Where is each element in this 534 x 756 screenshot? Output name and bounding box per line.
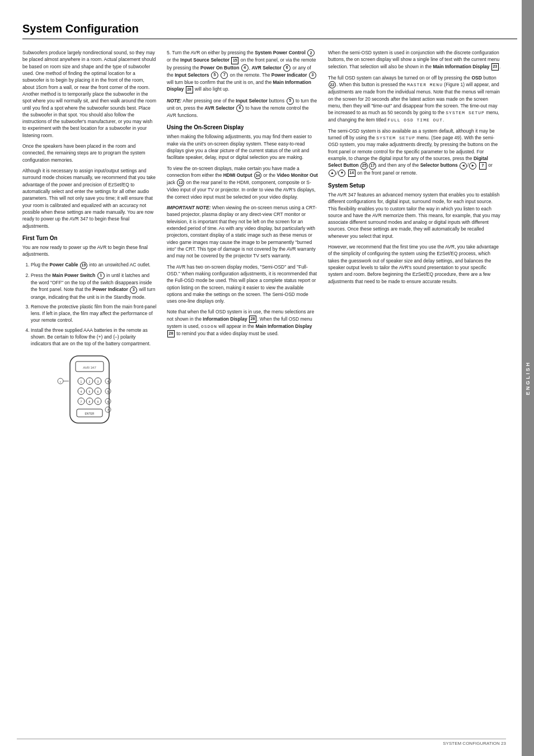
svg-text:9: 9 — [97, 400, 99, 403]
svg-text:7: 7 — [81, 400, 82, 403]
osd-para-2: To view the on-screen displays, make cer… — [167, 165, 318, 200]
page-container: System Configuration Subwoofers produce … — [0, 0, 534, 756]
page-title: System Configuration — [22, 22, 517, 39]
note-input-selector: NOTE: After pressing one of the Input Se… — [167, 97, 318, 119]
side-label: ENGLISH — [522, 0, 534, 756]
footer-rule — [17, 739, 506, 739]
col-left: Subwoofers produce largely nondirectiona… — [22, 49, 157, 734]
step-5: 5. Turn the AVR on either by pressing th… — [167, 49, 318, 93]
system-setup-heading: System Setup — [328, 182, 502, 189]
content-columns: Subwoofers produce largely nondirectiona… — [22, 49, 517, 734]
system-setup-para-2: However, we recommend that the first tim… — [328, 243, 502, 285]
svg-text:2: 2 — [89, 380, 91, 383]
svg-text:4: 4 — [107, 380, 109, 383]
osd-heading: Using the On-Screen Display — [167, 124, 318, 130]
step-1: Plug the Power Cable 19 into an unswitch… — [31, 261, 157, 269]
osd-para-3: The AVR has two on-screen display modes,… — [167, 264, 318, 305]
osd-para-4: Note that when the full OSD system is in… — [167, 308, 318, 337]
svg-text:5: 5 — [107, 390, 109, 393]
first-turn-on-steps: Plug the Power Cable 19 into an unswitch… — [22, 261, 157, 347]
svg-text:7: 7 — [107, 408, 109, 412]
first-turn-on-intro: You are now ready to power up the AVR to… — [22, 244, 157, 258]
intro-para-2: Once the speakers have been placed in th… — [22, 143, 157, 163]
first-turn-on-heading: First Turn On — [22, 235, 157, 241]
right-para-1: When the semi-OSD system is used in conj… — [328, 49, 502, 71]
page-footer: SYSTEM CONFIGURATION 23 — [443, 741, 506, 746]
step-2: Press the Main Power Switch 1 in until i… — [31, 272, 157, 300]
intro-para-1: Subwoofers produce largely nondirectiona… — [22, 49, 157, 139]
side-label-text: ENGLISH — [525, 361, 531, 395]
svg-text:8: 8 — [89, 400, 91, 403]
svg-text:+: + — [60, 380, 62, 383]
remote-svg: AVR 347 1 2 3 4 5 6 — [45, 353, 134, 426]
osd-important-note: IMPORTANT NOTE: When viewing the on-scre… — [167, 204, 318, 260]
intro-para-3: Although it is necessary to assign input… — [22, 167, 157, 229]
osd-para-1: When making the following adjustments, y… — [167, 133, 318, 161]
svg-text:6: 6 — [97, 390, 99, 393]
system-setup-para-1: The AVR 347 features an advanced memory … — [328, 191, 502, 240]
svg-text:AVR 347: AVR 347 — [83, 366, 96, 369]
svg-text:ENTER: ENTER — [85, 412, 95, 415]
col-right: When the semi-OSD system is used in conj… — [328, 49, 517, 734]
svg-text:1: 1 — [81, 380, 82, 383]
step-3: Remove the protective plastic film from … — [31, 303, 157, 324]
right-para-2: The full OSD system can always be turned… — [328, 74, 502, 124]
right-para-3: The semi-OSD system is also available as… — [328, 128, 502, 177]
svg-text:6: 6 — [107, 400, 109, 403]
svg-text:4: 4 — [81, 390, 82, 393]
step-4: Install the three supplied AAA batteries… — [31, 327, 157, 348]
svg-text:3: 3 — [97, 380, 99, 383]
svg-text:5: 5 — [89, 390, 91, 393]
remote-illustration: AVR 347 1 2 3 4 5 6 — [22, 353, 157, 426]
col-middle: 5. Turn the AVR on either by pressing th… — [167, 49, 318, 734]
